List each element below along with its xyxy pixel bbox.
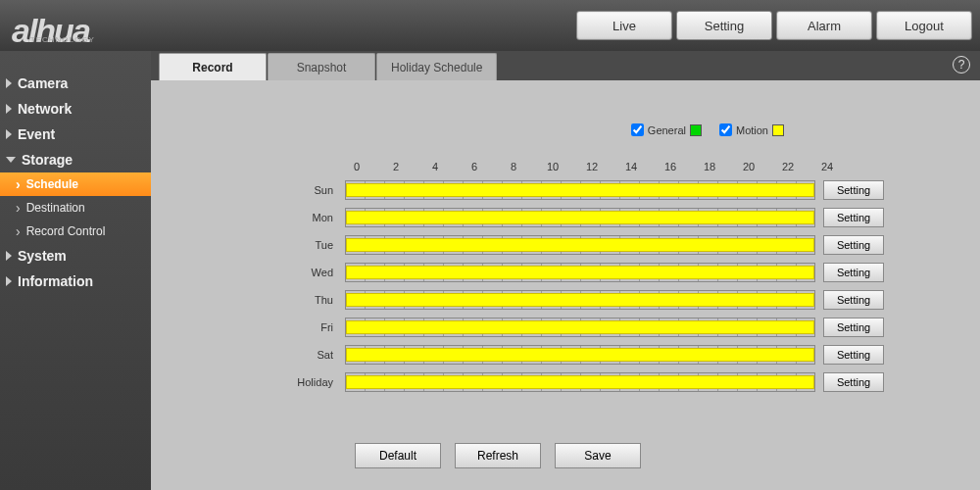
timeline-holiday[interactable] <box>345 372 815 392</box>
help-icon[interactable]: ? <box>953 56 970 74</box>
caret-icon <box>6 251 12 261</box>
brand-name: alhua <box>12 12 89 50</box>
brand-logo: alhua TECHNOLOGY <box>12 2 95 50</box>
row-setting-button[interactable]: Setting <box>823 208 884 227</box>
nav-setting[interactable]: Setting <box>676 11 772 40</box>
timeline-mon[interactable] <box>345 208 815 227</box>
timeline-wed[interactable] <box>345 263 815 282</box>
timeline-sat[interactable] <box>345 345 815 365</box>
schedule-bar <box>346 320 814 334</box>
sidebar-item-storage[interactable]: Storage <box>0 147 151 172</box>
hour-tick: 12 <box>586 161 598 172</box>
sidebar-item-system[interactable]: System <box>0 243 151 269</box>
caret-icon <box>6 104 12 114</box>
schedule-row-fri: FriSetting <box>218 314 962 341</box>
row-setting-button[interactable]: Setting <box>823 263 884 282</box>
sidebar-item-label: Information <box>18 273 93 289</box>
day-rows: SunSettingMonSettingTueSettingWedSetting… <box>218 176 962 396</box>
motion-swatch-icon <box>772 124 784 136</box>
sidebar-sub-record-control[interactable]: Record Control <box>0 220 151 243</box>
legend-general[interactable]: General <box>631 123 702 136</box>
timeline-tue[interactable] <box>345 235 815 255</box>
sidebar-sub-destination[interactable]: Destination <box>0 196 151 220</box>
schedule-row-sun: SunSetting <box>218 176 962 204</box>
sidebar-item-camera[interactable]: Camera <box>0 71 151 96</box>
schedule-bar <box>346 183 814 197</box>
legend-motion[interactable]: Motion <box>719 123 784 136</box>
top-nav: LiveSettingAlarmLogout <box>576 11 972 40</box>
tab-holiday-schedule[interactable]: Holiday Schedule <box>376 53 497 80</box>
row-setting-button[interactable]: Setting <box>823 290 884 310</box>
hour-tick: 24 <box>821 161 833 172</box>
row-setting-button[interactable]: Setting <box>823 372 884 392</box>
row-setting-button[interactable]: Setting <box>823 345 884 365</box>
action-row: Default Refresh Save <box>355 443 641 468</box>
save-button[interactable]: Save <box>555 443 641 468</box>
schedule-bar <box>346 375 814 389</box>
row-setting-button[interactable]: Setting <box>823 180 884 200</box>
content-area: RecordSnapshotHoliday Schedule ? General… <box>151 51 980 490</box>
caret-icon <box>6 276 12 286</box>
sidebar-item-network[interactable]: Network <box>0 96 151 122</box>
default-button[interactable]: Default <box>355 443 441 468</box>
day-label: Holiday <box>218 376 345 388</box>
refresh-button[interactable]: Refresh <box>455 443 541 468</box>
timeline-sun[interactable] <box>345 180 815 200</box>
timeline-fri[interactable] <box>345 318 815 337</box>
schedule-bar <box>346 348 814 362</box>
nav-logout[interactable]: Logout <box>876 11 972 40</box>
schedule-bar <box>346 211 814 224</box>
schedule-bar <box>346 293 814 307</box>
sidebar-item-label: Event <box>18 126 55 142</box>
motion-checkbox[interactable] <box>719 123 732 136</box>
caret-icon <box>6 129 12 139</box>
day-label: Tue <box>218 239 345 251</box>
hour-tick: 20 <box>743 161 755 172</box>
day-label: Sat <box>218 349 345 361</box>
schedule-row-wed: WedSetting <box>218 259 962 286</box>
hour-tick: 8 <box>511 161 516 172</box>
day-label: Sun <box>218 184 345 196</box>
nav-alarm[interactable]: Alarm <box>776 11 872 40</box>
sidebar-item-label: Camera <box>18 75 68 91</box>
day-label: Thu <box>218 294 345 306</box>
sidebar-item-event[interactable]: Event <box>0 122 151 147</box>
tab-snapshot[interactable]: Snapshot <box>268 53 375 80</box>
schedule-row-thu: ThuSetting <box>218 286 962 314</box>
hour-tick: 10 <box>547 161 559 172</box>
schedule-bar <box>346 266 814 279</box>
header-bar: alhua TECHNOLOGY LiveSettingAlarmLogout <box>0 0 980 51</box>
hour-tick: 16 <box>664 161 676 172</box>
legend-general-label: General <box>648 124 686 136</box>
sidebar-sub-schedule[interactable]: Schedule <box>0 172 151 196</box>
hour-tick: 6 <box>471 161 477 172</box>
schedule-row-tue: TueSetting <box>218 231 962 259</box>
record-pane: General Motion 024681012141618202224 Sun… <box>151 80 980 490</box>
sidebar-item-label: Network <box>18 101 72 117</box>
hour-tick: 14 <box>625 161 637 172</box>
hour-tick: 0 <box>354 161 360 172</box>
day-label: Mon <box>218 212 345 223</box>
day-label: Wed <box>218 267 345 278</box>
general-checkbox[interactable] <box>631 123 644 136</box>
schedule-bar <box>346 238 814 252</box>
timeline-thu[interactable] <box>345 290 815 310</box>
hour-tick: 4 <box>432 161 438 172</box>
schedule-grid: 024681012141618202224 SunSettingMonSetti… <box>218 161 962 396</box>
legend-motion-label: Motion <box>736 124 768 136</box>
sidebar: CameraNetworkEventStorageScheduleDestina… <box>0 51 151 490</box>
hour-tick: 2 <box>393 161 399 172</box>
sidebar-item-label: System <box>18 248 67 264</box>
nav-live[interactable]: Live <box>576 11 672 40</box>
row-setting-button[interactable]: Setting <box>823 235 884 255</box>
general-swatch-icon <box>690 124 702 136</box>
sidebar-item-label: Storage <box>22 152 73 168</box>
schedule-row-holiday: HolidaySetting <box>218 368 962 396</box>
hour-axis: 024681012141618202224 <box>357 161 827 176</box>
caret-icon <box>6 78 12 88</box>
row-setting-button[interactable]: Setting <box>823 318 884 337</box>
sidebar-item-information[interactable]: Information <box>0 269 151 294</box>
schedule-row-sat: SatSetting <box>218 341 962 368</box>
tab-record[interactable]: Record <box>159 53 267 80</box>
tab-strip: RecordSnapshotHoliday Schedule <box>151 51 980 80</box>
